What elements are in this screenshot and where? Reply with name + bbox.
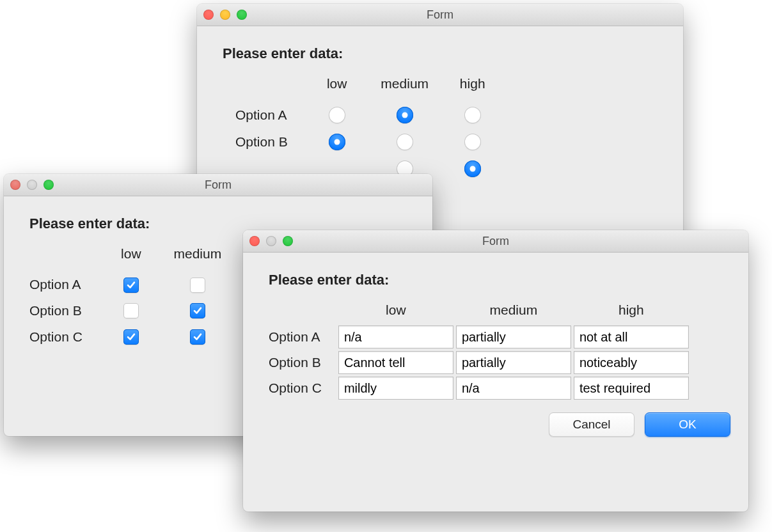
col-header-low: low bbox=[98, 244, 164, 272]
row-label: Option C bbox=[29, 324, 98, 350]
radio-b-high[interactable] bbox=[464, 134, 481, 150]
row-label: Option A bbox=[29, 272, 98, 298]
row-label: Option B bbox=[269, 350, 337, 375]
input-c-high[interactable] bbox=[574, 377, 689, 400]
zoom-icon[interactable] bbox=[43, 180, 54, 190]
window-title: Form bbox=[4, 178, 432, 192]
input-c-medium[interactable] bbox=[456, 377, 571, 400]
col-header-low: low bbox=[337, 300, 455, 324]
col-header-high: high bbox=[572, 300, 690, 324]
col-header-low: low bbox=[303, 74, 371, 102]
col-header-medium: medium bbox=[164, 244, 231, 272]
input-c-low[interactable] bbox=[338, 377, 453, 400]
traffic-lights bbox=[203, 10, 247, 20]
input-b-high[interactable] bbox=[574, 351, 689, 374]
window-title: Form bbox=[243, 235, 748, 248]
input-a-medium[interactable] bbox=[456, 325, 571, 348]
checkbox-c-medium[interactable] bbox=[190, 329, 205, 345]
input-b-medium[interactable] bbox=[456, 351, 571, 374]
row-label: Option C bbox=[269, 375, 337, 401]
radio-a-medium[interactable] bbox=[397, 107, 413, 123]
checkbox-a-medium[interactable] bbox=[190, 278, 205, 293]
form-prompt: Please enter data: bbox=[223, 45, 658, 62]
col-header-medium: medium bbox=[455, 300, 572, 324]
window-title: Form bbox=[197, 8, 683, 22]
minimize-icon[interactable] bbox=[266, 236, 276, 246]
input-b-low[interactable] bbox=[338, 351, 453, 374]
titlebar[interactable]: Form bbox=[197, 4, 683, 26]
zoom-icon[interactable] bbox=[283, 236, 293, 246]
radio-c-high[interactable] bbox=[464, 160, 481, 177]
window-text: Form Please enter data: low medium high … bbox=[243, 230, 748, 512]
ok-button[interactable]: OK bbox=[645, 412, 730, 437]
checkbox-b-medium[interactable] bbox=[190, 303, 205, 318]
checkbox-b-low[interactable] bbox=[123, 303, 139, 318]
close-icon[interactable] bbox=[203, 10, 214, 20]
form-prompt: Please enter data: bbox=[269, 272, 723, 288]
titlebar[interactable]: Form bbox=[243, 230, 748, 253]
close-icon[interactable] bbox=[10, 180, 20, 190]
checkbox-c-low[interactable] bbox=[123, 329, 139, 345]
zoom-icon[interactable] bbox=[237, 10, 247, 20]
input-a-low[interactable] bbox=[338, 325, 453, 348]
row-label: Option A bbox=[235, 102, 303, 129]
checkbox-a-low[interactable] bbox=[123, 278, 139, 293]
radio-b-medium[interactable] bbox=[397, 134, 413, 150]
row-label: Option B bbox=[29, 298, 98, 324]
row-label: Option B bbox=[235, 129, 303, 155]
radio-a-high[interactable] bbox=[464, 107, 481, 123]
radio-a-low[interactable] bbox=[329, 107, 345, 123]
minimize-icon[interactable] bbox=[27, 180, 37, 190]
cancel-button[interactable]: Cancel bbox=[549, 412, 634, 437]
traffic-lights bbox=[10, 180, 54, 190]
row-label: Option A bbox=[269, 324, 337, 350]
input-a-high[interactable] bbox=[574, 325, 689, 348]
minimize-icon[interactable] bbox=[220, 10, 230, 20]
titlebar[interactable]: Form bbox=[4, 174, 432, 196]
close-icon[interactable] bbox=[249, 236, 260, 246]
col-header-high: high bbox=[439, 74, 507, 102]
col-header-medium: medium bbox=[371, 74, 439, 102]
radio-b-low[interactable] bbox=[329, 134, 345, 150]
traffic-lights bbox=[249, 236, 293, 246]
